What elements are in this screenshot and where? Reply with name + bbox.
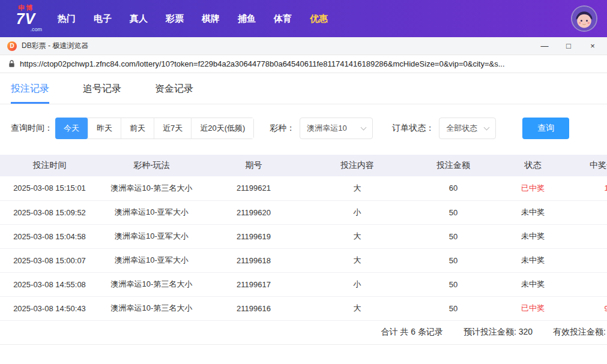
chevron-down-icon xyxy=(361,125,367,131)
cell-bet-time: 2025-03-08 15:15:01 xyxy=(0,176,99,200)
summary-bar: 合计 共 6 条记录 预计投注金额: 320 有效投注金额: xyxy=(0,321,607,345)
cell-bet-time: 2025-03-08 15:00:07 xyxy=(0,248,99,272)
top-navigation: 申博 7V .com 热门 电子 真人 彩票 棋牌 捕鱼 体育 优惠 xyxy=(0,0,607,37)
table-row: 2025-03-08 15:00:07 澳洲幸运10-亚军大小 21199618… xyxy=(0,248,607,272)
time-option-last-20-days[interactable]: 近20天(低频) xyxy=(192,118,253,139)
table-row: 2025-03-08 15:04:58 澳洲幸运10-亚军大小 21199619… xyxy=(0,224,607,248)
order-status-select[interactable]: 全部状态 xyxy=(439,118,496,139)
brand-logo[interactable]: 申博 7V .com xyxy=(10,5,42,32)
col-header-bet-amount: 投注金额 xyxy=(411,155,495,176)
col-header-status: 状态 xyxy=(495,155,570,176)
time-range-group: 今天 昨天 前天 近7天 近20天(低频) xyxy=(55,118,254,139)
cell-bet-amount: 50 xyxy=(411,296,495,320)
cell-bet-content: 大 xyxy=(303,296,411,320)
nav-item-promotions[interactable]: 优惠 xyxy=(310,13,328,25)
time-option-yesterday[interactable]: 昨天 xyxy=(88,118,121,139)
cell-issue: 21199616 xyxy=(204,296,303,320)
cell-issue: 21199620 xyxy=(204,200,303,224)
nav-item-sports[interactable]: 体育 xyxy=(274,13,292,25)
time-option-today[interactable]: 今天 xyxy=(55,118,88,139)
cell-status: 已中奖 xyxy=(495,296,570,320)
order-status-value: 全部状态 xyxy=(446,123,477,134)
record-tabs: 投注记录 追号记录 资金记录 xyxy=(0,73,607,104)
cell-game-play: 澳洲幸运10-亚军大小 xyxy=(99,200,204,224)
tab-fund-records[interactable]: 资金记录 xyxy=(155,83,193,104)
col-header-bet-time: 投注时间 xyxy=(0,155,99,176)
main-menu: 热门 电子 真人 彩票 棋牌 捕鱼 体育 优惠 xyxy=(58,13,571,25)
cell-bet-time: 2025-03-08 14:50:43 xyxy=(0,296,99,320)
table-row: 2025-03-08 14:55:08 澳洲幸运10-第三名大小 2119961… xyxy=(0,272,607,296)
cell-bet-amount: 60 xyxy=(411,176,495,200)
maximize-button[interactable]: □ xyxy=(564,41,573,50)
cell-status: 未中奖 xyxy=(495,272,570,296)
cell-game-play: 澳洲幸运10-亚军大小 xyxy=(99,248,204,272)
query-button[interactable]: 查询 xyxy=(522,118,569,139)
cell-game-play: 澳洲幸运10-第三名大小 xyxy=(99,272,204,296)
lottery-select[interactable]: 澳洲幸运10 xyxy=(300,118,373,139)
chevron-down-icon xyxy=(484,125,490,131)
cell-bet-amount: 50 xyxy=(411,248,495,272)
cell-bet-time: 2025-03-08 14:55:08 xyxy=(0,272,99,296)
cell-issue: 21199618 xyxy=(204,248,303,272)
avatar-image xyxy=(572,7,596,31)
minimize-button[interactable]: — xyxy=(540,41,549,50)
url-text: https://ctop02pchwp1.zfnc84.com/lottery/… xyxy=(20,59,505,68)
lottery-filter-label: 彩种： xyxy=(270,123,295,134)
tab-bet-records[interactable]: 投注记录 xyxy=(11,83,49,104)
cell-bet-content: 小 xyxy=(303,200,411,224)
cell-status: 未中奖 xyxy=(495,200,570,224)
logo-text-sub: .com xyxy=(30,27,42,32)
tab-chase-records[interactable]: 追号记录 xyxy=(83,83,121,104)
window-titlebar: D DB彩票 - 极速浏览器 — □ × xyxy=(0,37,607,55)
nav-item-hot[interactable]: 热门 xyxy=(58,13,76,25)
cell-bet-amount: 50 xyxy=(411,272,495,296)
col-header-prize: 中奖金额 xyxy=(570,155,607,176)
filter-bar: 查询时间： 今天 昨天 前天 近7天 近20天(低频) 彩种： 澳洲幸运10 订… xyxy=(0,104,607,139)
cell-bet-content: 大 xyxy=(303,176,411,200)
time-filter-label: 查询时间： xyxy=(11,123,53,134)
nav-item-lottery[interactable]: 彩票 xyxy=(166,13,184,25)
nav-item-fishing[interactable]: 捕鱼 xyxy=(238,13,256,25)
bet-records-table: 投注时间 彩种-玩法 期号 投注内容 投注金额 状态 中奖金额 2025-03-… xyxy=(0,155,607,321)
total-records-text: 合计 共 6 条记录 xyxy=(381,327,443,338)
cell-prize: 9 xyxy=(570,296,607,320)
lock-icon xyxy=(8,60,15,68)
cell-prize xyxy=(570,224,607,248)
cell-bet-amount: 50 xyxy=(411,200,495,224)
nav-item-live[interactable]: 真人 xyxy=(130,13,148,25)
table-header-row: 投注时间 彩种-玩法 期号 投注内容 投注金额 状态 中奖金额 xyxy=(0,155,607,176)
cell-prize xyxy=(570,248,607,272)
time-option-day-before[interactable]: 前天 xyxy=(121,118,154,139)
expected-bet-amount: 预计投注金额: 320 xyxy=(464,327,533,338)
table-row: 2025-03-08 15:15:01 澳洲幸运10-第三名大小 2119962… xyxy=(0,176,607,200)
table-row: 2025-03-08 15:09:52 澳洲幸运10-亚军大小 21199620… xyxy=(0,200,607,224)
cell-bet-amount: 50 xyxy=(411,224,495,248)
user-avatar[interactable] xyxy=(571,5,597,32)
cell-bet-content: 大 xyxy=(303,224,411,248)
cell-status: 已中奖 xyxy=(495,176,570,200)
cell-status: 未中奖 xyxy=(495,224,570,248)
order-status-label: 订单状态： xyxy=(392,123,434,134)
cell-prize xyxy=(570,200,607,224)
cell-prize xyxy=(570,272,607,296)
time-option-last-7-days[interactable]: 近7天 xyxy=(154,118,192,139)
lottery-select-value: 澳洲幸运10 xyxy=(307,123,346,134)
cell-game-play: 澳洲幸运10-第三名大小 xyxy=(99,176,204,200)
cell-bet-content: 小 xyxy=(303,272,411,296)
col-header-game-play: 彩种-玩法 xyxy=(99,155,204,176)
site-favicon-icon: D xyxy=(7,41,17,51)
cell-issue: 21199621 xyxy=(204,176,303,200)
logo-text-main: 7V xyxy=(16,11,36,26)
close-button[interactable]: × xyxy=(588,41,597,50)
cell-status: 未中奖 xyxy=(495,248,570,272)
cell-prize: 1 xyxy=(570,176,607,200)
col-header-bet-content: 投注内容 xyxy=(303,155,411,176)
cell-issue: 21199617 xyxy=(204,272,303,296)
cell-bet-content: 大 xyxy=(303,248,411,272)
nav-item-electronic[interactable]: 电子 xyxy=(94,13,112,25)
window-controls: — □ × xyxy=(540,41,600,50)
nav-item-board-games[interactable]: 棋牌 xyxy=(202,13,220,25)
col-header-issue: 期号 xyxy=(204,155,303,176)
address-bar[interactable]: https://ctop02pchwp1.zfnc84.com/lottery/… xyxy=(0,55,607,73)
window-title: DB彩票 - 极速浏览器 xyxy=(22,41,540,51)
